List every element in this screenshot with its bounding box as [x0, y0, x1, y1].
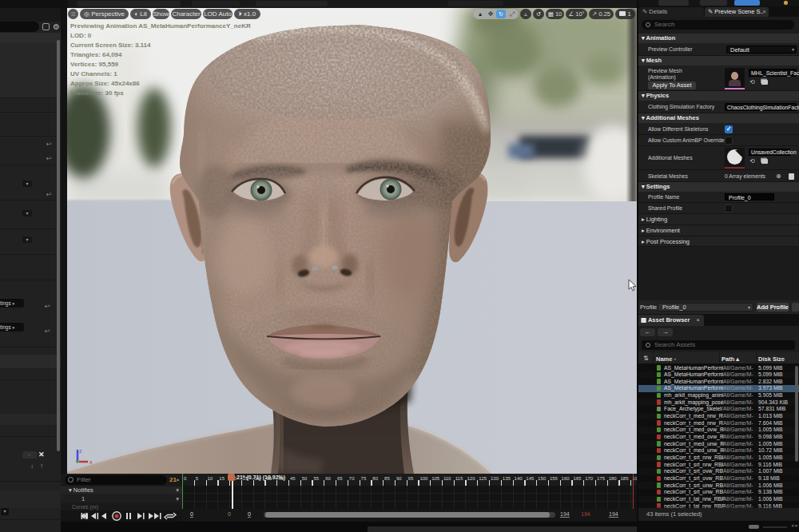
svg-text:x: x: [89, 459, 93, 465]
svg-text:z: z: [79, 448, 82, 454]
